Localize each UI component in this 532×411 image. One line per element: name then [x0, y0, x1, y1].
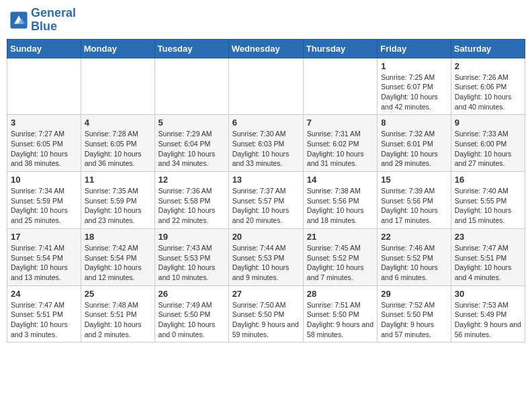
- day-info: Sunrise: 7:39 AM Sunset: 5:56 PM Dayligh…: [381, 186, 447, 226]
- calendar-cell: 22Sunrise: 7:46 AM Sunset: 5:52 PM Dayli…: [378, 228, 451, 285]
- logo: General Blue: [9, 7, 76, 34]
- day-info: Sunrise: 7:41 AM Sunset: 5:54 PM Dayligh…: [11, 243, 77, 283]
- day-number: 30: [455, 289, 521, 299]
- day-info: Sunrise: 7:50 AM Sunset: 5:50 PM Dayligh…: [232, 300, 300, 340]
- calendar-week-1: 1Sunrise: 7:25 AM Sunset: 6:07 PM Daylig…: [7, 58, 525, 115]
- day-number: 22: [381, 232, 447, 242]
- calendar-cell: [81, 58, 154, 115]
- page-header: General Blue: [7, 7, 525, 34]
- day-info: Sunrise: 7:47 AM Sunset: 5:51 PM Dayligh…: [455, 243, 521, 283]
- day-number: 27: [232, 289, 300, 299]
- day-number: 13: [232, 175, 300, 185]
- calendar-cell: 28Sunrise: 7:51 AM Sunset: 5:50 PM Dayli…: [303, 285, 377, 342]
- day-number: 24: [11, 289, 77, 299]
- day-number: 18: [85, 232, 151, 242]
- calendar-week-2: 3Sunrise: 7:27 AM Sunset: 6:05 PM Daylig…: [7, 115, 525, 172]
- weekday-header-thursday: Thursday: [303, 39, 377, 58]
- day-number: 28: [307, 289, 373, 299]
- day-number: 15: [381, 175, 447, 185]
- day-info: Sunrise: 7:52 AM Sunset: 5:50 PM Dayligh…: [381, 300, 447, 340]
- day-info: Sunrise: 7:29 AM Sunset: 6:04 PM Dayligh…: [159, 129, 225, 169]
- day-number: 7: [307, 118, 373, 128]
- day-info: Sunrise: 7:35 AM Sunset: 5:59 PM Dayligh…: [85, 186, 151, 226]
- calendar-cell: 26Sunrise: 7:49 AM Sunset: 5:50 PM Dayli…: [154, 285, 228, 342]
- calendar-cell: 16Sunrise: 7:40 AM Sunset: 5:55 PM Dayli…: [451, 172, 525, 229]
- day-number: 4: [85, 118, 151, 128]
- day-number: 26: [159, 289, 225, 299]
- calendar-cell: 10Sunrise: 7:34 AM Sunset: 5:59 PM Dayli…: [7, 172, 81, 229]
- day-info: Sunrise: 7:51 AM Sunset: 5:50 PM Dayligh…: [307, 300, 373, 340]
- day-info: Sunrise: 7:37 AM Sunset: 5:57 PM Dayligh…: [232, 186, 300, 226]
- weekday-header-friday: Friday: [378, 39, 451, 58]
- calendar-cell: 15Sunrise: 7:39 AM Sunset: 5:56 PM Dayli…: [378, 172, 451, 229]
- day-info: Sunrise: 7:36 AM Sunset: 5:58 PM Dayligh…: [159, 186, 225, 226]
- day-number: 6: [232, 118, 300, 128]
- calendar-cell: 6Sunrise: 7:30 AM Sunset: 6:03 PM Daylig…: [228, 115, 303, 172]
- day-number: 23: [455, 232, 521, 242]
- day-number: 2: [455, 61, 521, 71]
- day-info: Sunrise: 7:53 AM Sunset: 5:49 PM Dayligh…: [455, 300, 521, 340]
- day-info: Sunrise: 7:46 AM Sunset: 5:52 PM Dayligh…: [381, 243, 447, 283]
- calendar-cell: 29Sunrise: 7:52 AM Sunset: 5:50 PM Dayli…: [378, 285, 451, 342]
- day-info: Sunrise: 7:26 AM Sunset: 6:06 PM Dayligh…: [455, 73, 521, 112]
- day-info: Sunrise: 7:40 AM Sunset: 5:55 PM Dayligh…: [455, 186, 521, 226]
- weekday-header-wednesday: Wednesday: [228, 39, 303, 58]
- calendar-week-5: 24Sunrise: 7:47 AM Sunset: 5:51 PM Dayli…: [7, 285, 525, 342]
- day-number: 16: [455, 175, 521, 185]
- logo-icon: [9, 11, 28, 30]
- day-info: Sunrise: 7:49 AM Sunset: 5:50 PM Dayligh…: [159, 300, 225, 340]
- calendar-cell: 12Sunrise: 7:36 AM Sunset: 5:58 PM Dayli…: [154, 172, 228, 229]
- calendar-cell: 24Sunrise: 7:47 AM Sunset: 5:51 PM Dayli…: [7, 285, 81, 342]
- day-number: 21: [307, 232, 373, 242]
- day-info: Sunrise: 7:34 AM Sunset: 5:59 PM Dayligh…: [11, 186, 77, 226]
- calendar-cell: [228, 58, 303, 115]
- calendar-cell: 30Sunrise: 7:53 AM Sunset: 5:49 PM Dayli…: [451, 285, 525, 342]
- calendar-cell: 2Sunrise: 7:26 AM Sunset: 6:06 PM Daylig…: [451, 58, 525, 115]
- calendar-cell: 1Sunrise: 7:25 AM Sunset: 6:07 PM Daylig…: [378, 58, 451, 115]
- calendar-cell: [303, 58, 377, 115]
- calendar-cell: 4Sunrise: 7:28 AM Sunset: 6:05 PM Daylig…: [81, 115, 154, 172]
- weekday-header-saturday: Saturday: [451, 39, 525, 58]
- day-info: Sunrise: 7:45 AM Sunset: 5:52 PM Dayligh…: [307, 243, 373, 283]
- calendar-cell: 9Sunrise: 7:33 AM Sunset: 6:00 PM Daylig…: [451, 115, 525, 172]
- calendar-cell: 3Sunrise: 7:27 AM Sunset: 6:05 PM Daylig…: [7, 115, 81, 172]
- calendar-week-4: 17Sunrise: 7:41 AM Sunset: 5:54 PM Dayli…: [7, 228, 525, 285]
- day-number: 3: [11, 118, 77, 128]
- day-number: 5: [159, 118, 225, 128]
- day-number: 8: [381, 118, 447, 128]
- calendar-cell: 21Sunrise: 7:45 AM Sunset: 5:52 PM Dayli…: [303, 228, 377, 285]
- calendar-cell: 25Sunrise: 7:48 AM Sunset: 5:51 PM Dayli…: [81, 285, 154, 342]
- calendar-cell: 5Sunrise: 7:29 AM Sunset: 6:04 PM Daylig…: [154, 115, 228, 172]
- calendar-cell: [7, 58, 81, 115]
- day-info: Sunrise: 7:42 AM Sunset: 5:54 PM Dayligh…: [85, 243, 151, 283]
- day-info: Sunrise: 7:25 AM Sunset: 6:07 PM Dayligh…: [381, 73, 447, 112]
- calendar-table: SundayMondayTuesdayWednesdayThursdayFrid…: [7, 39, 525, 343]
- calendar-cell: 20Sunrise: 7:44 AM Sunset: 5:53 PM Dayli…: [228, 228, 303, 285]
- weekday-header-tuesday: Tuesday: [154, 39, 228, 58]
- day-info: Sunrise: 7:30 AM Sunset: 6:03 PM Dayligh…: [232, 129, 300, 169]
- day-number: 20: [232, 232, 300, 242]
- day-number: 9: [455, 118, 521, 128]
- calendar-cell: 11Sunrise: 7:35 AM Sunset: 5:59 PM Dayli…: [81, 172, 154, 229]
- calendar-cell: 23Sunrise: 7:47 AM Sunset: 5:51 PM Dayli…: [451, 228, 525, 285]
- day-info: Sunrise: 7:33 AM Sunset: 6:00 PM Dayligh…: [455, 129, 521, 169]
- calendar-cell: 8Sunrise: 7:32 AM Sunset: 6:01 PM Daylig…: [378, 115, 451, 172]
- day-number: 10: [11, 175, 77, 185]
- calendar-cell: [154, 58, 228, 115]
- calendar-cell: 17Sunrise: 7:41 AM Sunset: 5:54 PM Dayli…: [7, 228, 81, 285]
- day-info: Sunrise: 7:47 AM Sunset: 5:51 PM Dayligh…: [11, 300, 77, 340]
- calendar-cell: 7Sunrise: 7:31 AM Sunset: 6:02 PM Daylig…: [303, 115, 377, 172]
- weekday-header-sunday: Sunday: [7, 39, 81, 58]
- day-number: 25: [85, 289, 151, 299]
- calendar-cell: 27Sunrise: 7:50 AM Sunset: 5:50 PM Dayli…: [228, 285, 303, 342]
- calendar-cell: 13Sunrise: 7:37 AM Sunset: 5:57 PM Dayli…: [228, 172, 303, 229]
- day-info: Sunrise: 7:38 AM Sunset: 5:56 PM Dayligh…: [307, 186, 373, 226]
- day-info: Sunrise: 7:44 AM Sunset: 5:53 PM Dayligh…: [232, 243, 300, 283]
- calendar-cell: 19Sunrise: 7:43 AM Sunset: 5:53 PM Dayli…: [154, 228, 228, 285]
- calendar-cell: 18Sunrise: 7:42 AM Sunset: 5:54 PM Dayli…: [81, 228, 154, 285]
- day-info: Sunrise: 7:28 AM Sunset: 6:05 PM Dayligh…: [85, 129, 151, 169]
- day-number: 17: [11, 232, 77, 242]
- calendar-week-3: 10Sunrise: 7:34 AM Sunset: 5:59 PM Dayli…: [7, 172, 525, 229]
- day-info: Sunrise: 7:48 AM Sunset: 5:51 PM Dayligh…: [85, 300, 151, 340]
- day-number: 1: [381, 61, 447, 71]
